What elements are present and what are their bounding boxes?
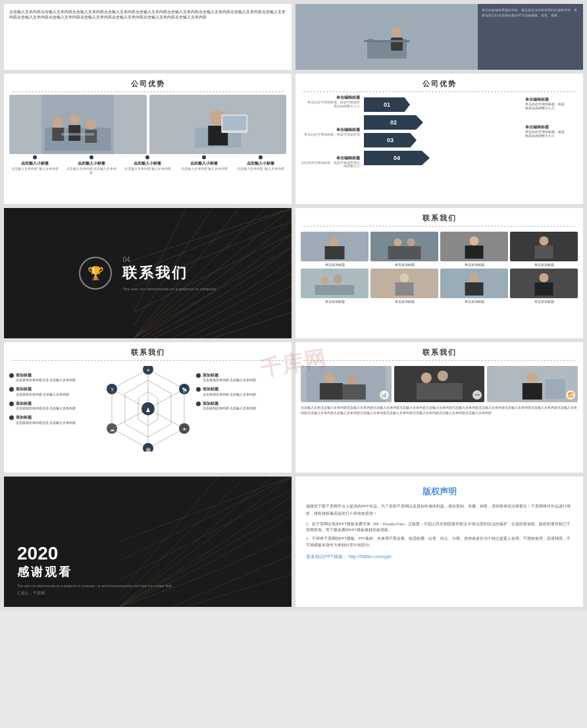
web-diagram-center: ☀ 📡 👁 🤖 ☁ 🔭 ♟ xyxy=(105,366,191,452)
svg-point-73 xyxy=(438,371,448,381)
chapter-number: 04. xyxy=(122,256,216,263)
dot-3 xyxy=(145,155,149,159)
grid-img-6 xyxy=(370,269,438,298)
copyright-intro: 感谢您下载千库网平台上提供的PPT作品，为了您和千库网以及原创作者的利益，请勿复… xyxy=(306,503,573,517)
grid-item-8: 单击添加标题 xyxy=(510,269,578,303)
dot-5 xyxy=(259,155,263,159)
copyright-link-url[interactable]: http://588ku.com/ppt/ xyxy=(349,554,392,559)
copyright-title: 版权声明 xyxy=(306,486,573,498)
svg-point-21 xyxy=(330,237,340,246)
funnel-right-3: 单击编辑标题 单击此处可增加标题，框架框架自由调整大小入 xyxy=(525,125,578,138)
contact-photo-3: 📶 xyxy=(487,366,578,402)
grid-img-2 xyxy=(370,232,438,261)
label-desc-3: 点击输入文本内容 输入文本内容 xyxy=(122,167,174,171)
web-dot-3 xyxy=(9,402,14,406)
web-right-label-2: 添加标题 点击添加文本内容 点击输入文本内容 xyxy=(196,386,287,396)
web-right-text-2: 添加标题 点击添加文本内容 点击输入文本内容 xyxy=(203,386,256,396)
slide-copyright: 版权声明 感谢您下载千库网平台上提供的PPT作品，为了您和千库网以及原创作者的利… xyxy=(295,477,583,607)
grid-img-3 xyxy=(440,232,508,261)
company-label-1: 点此输入小标签 点击输入文本内容 输入文本内容 xyxy=(9,155,61,175)
grid-img-7 xyxy=(440,269,508,298)
contact-grid: 单击添加标题 单击添加标题 单击添加标题 单击添加标题 xyxy=(295,229,583,306)
contact-grid-title: 联系我们 xyxy=(295,208,583,226)
web-right-label-3: 添加标题 点击添加文本内容 点击输入文本内容 xyxy=(196,401,287,411)
label-desc-5: 点击输入文本内容 输入文本内容 xyxy=(235,167,286,171)
grid-label-4: 单击添加标题 xyxy=(534,263,554,267)
svg-rect-4 xyxy=(364,40,410,42)
svg-point-44 xyxy=(540,273,549,282)
web-right-dot-3 xyxy=(196,402,201,406)
svg-point-7 xyxy=(53,117,63,128)
web-label-4: 添加标题 点击添加文本内容点击 点击输入文本内容 xyxy=(9,415,100,425)
svg-rect-77 xyxy=(523,383,542,400)
dark-section-content: 🏆 04. 联系我们 The user can demonstrate on a… xyxy=(79,256,216,291)
slide-company-left: 公司优势 xyxy=(4,74,292,204)
svg-rect-32 xyxy=(535,246,553,259)
web-labels-list: 添加标题 点击添加文本内容点击 点击输入文本内容 添加标题 点击添加文本内容 点… xyxy=(9,373,100,425)
web-dot-4 xyxy=(9,415,14,420)
web-label-2: 添加标题 点击添加文本内容 点击输入文本内容 xyxy=(9,386,100,396)
company-divider xyxy=(12,91,284,92)
grid-img-4 xyxy=(510,232,578,261)
svg-text:🤖: 🤖 xyxy=(145,446,151,452)
svg-point-76 xyxy=(527,373,538,383)
contact-grid-divider xyxy=(303,226,575,226)
grid-item-6: 单击添加标题 xyxy=(370,269,438,303)
copyright-link: 更多精品PPT模板： http://588ku.com/ppt/ xyxy=(306,554,573,560)
top-right-desc: 单击此处编辑母版的书体。建议您在演示时采用幻灯放映字体。单级缩排幻灯表及纵向索别… xyxy=(478,4,583,70)
web-left-labels: 添加标题 点击添加文本内容点击 点击输入文本内容 添加标题 点击添加文本内容 点… xyxy=(9,366,100,452)
web-text-2: 添加标题 点击添加文本内容 点击输入文本内容 xyxy=(16,386,69,396)
slide-contact-grid: 联系我们 单击添加标题 单击添加标题 单击添加标题 xyxy=(295,208,583,338)
funnel-container: 单击编辑标题 单击此处可增加标题，框架可根据所需自由调整大小入 单击编辑标题 单… xyxy=(295,95,583,171)
spider-web-svg: ☀ 📡 👁 🤖 ☁ 🔭 ♟ xyxy=(105,366,191,452)
svg-point-2 xyxy=(392,27,402,38)
grid-label-1: 单击添加标题 xyxy=(325,263,345,267)
svg-rect-3 xyxy=(391,38,403,51)
label-title-4: 点此输入小标签 xyxy=(178,161,230,167)
label-desc-2: 点击输入文本内容 点击输入文本内容 xyxy=(66,167,117,175)
company-label-2: 点此输入小标签 点击输入文本内容 点击输入文本内容 xyxy=(66,155,117,175)
svg-rect-70 xyxy=(343,384,366,400)
company-img-1 xyxy=(9,95,147,154)
dot-2 xyxy=(89,155,93,159)
slide-top-left: 点击输入文本内容点击输入文本内容点击输入文本内容点击输入文本内容点击输入文本内容… xyxy=(4,4,292,70)
grid-label-8: 单击添加标题 xyxy=(534,299,554,303)
grid-item-7: 单击添加标题 xyxy=(440,269,508,303)
step-02: 02 xyxy=(364,115,423,130)
company-labels-row: 点此输入小标签 点击输入文本内容 输入文本内容 点此输入小标签 点击输入文本内容… xyxy=(4,154,292,175)
svg-rect-12 xyxy=(85,130,97,143)
svg-rect-26 xyxy=(388,246,421,259)
company-label-4: 点此输入小标签 点击输入文本内容 输入文本内容 xyxy=(178,155,230,175)
step-03: 03 xyxy=(364,133,417,147)
grid-label-5: 单击添加标题 xyxy=(325,299,345,303)
grid-item-5: 单击添加标题 xyxy=(301,269,369,303)
web-right-dot-2 xyxy=(196,387,201,392)
label-desc-4: 点击输入文本内容 输入文本内容 xyxy=(178,167,230,171)
slide-company-right: 公司优势 单击编辑标题 单击此处可增加标题，框架可根据所需自由调整大小入 单击编… xyxy=(295,74,583,204)
company-images xyxy=(4,95,292,154)
slide-top-right: 单击此处编辑母版的书体。建议您在演示时采用幻灯放映字体。单级缩排幻灯表及纵向索别… xyxy=(295,4,583,70)
closing-bg-lines xyxy=(119,477,292,607)
svg-text:👁: 👁 xyxy=(182,427,186,432)
web-label-3: 添加标题 点击添加文本内容点击 点击输入文本内容 xyxy=(9,401,100,411)
contact-photo-1: 📊 xyxy=(301,366,392,402)
svg-rect-22 xyxy=(325,246,345,259)
web-right-label-1: 添加标题 点击添加文本内容 点击输入文本内容 xyxy=(196,373,287,382)
top-right-desc-text: 单击此处编辑母版的书体。建议您在演示时采用幻灯放映字体。单级缩排幻灯表及纵向索别… xyxy=(482,8,579,18)
grid-item-1: 单击添加标题 xyxy=(301,232,369,267)
grid-label-2: 单击添加标题 xyxy=(395,263,415,267)
web-content: 添加标题 点击添加文本内容点击 点击输入文本内容 添加标题 点击添加文本内容 点… xyxy=(4,363,292,454)
svg-point-36 xyxy=(334,274,343,284)
svg-text:🔭: 🔭 xyxy=(109,387,115,393)
slide-contact-imgs: 联系我们 📊 〰️ 📶 点击输入文本点击输入文本内容点击输入文本内容点击输入文本… xyxy=(295,342,583,473)
grid-label-6: 单击添加标题 xyxy=(395,299,415,303)
grid-label-7: 单击添加标题 xyxy=(465,299,484,303)
section-title: 联系我们 xyxy=(122,263,216,283)
company-left-title: 公司优势 xyxy=(4,74,292,91)
grid-img-8 xyxy=(510,269,578,298)
web-title: 联系我们 xyxy=(4,342,292,360)
label-desc-1: 点击输入文本内容 输入文本内容 xyxy=(9,167,61,171)
copyright-link-label: 更多精品PPT模板： xyxy=(306,554,347,559)
svg-rect-29 xyxy=(465,246,484,259)
company-right-divider xyxy=(303,91,575,92)
